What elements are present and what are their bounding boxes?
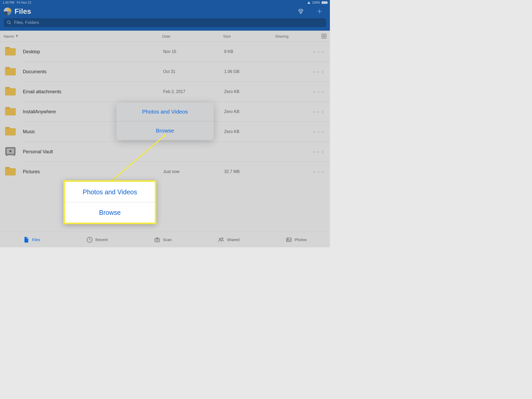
col-date[interactable]: Date — [162, 34, 223, 38]
more-actions-icon[interactable]: ○ ○ ○ — [313, 110, 326, 114]
col-size[interactable]: Size — [223, 34, 275, 38]
svg-rect-6 — [14, 155, 15, 156]
item-date: Nov 15 — [163, 49, 224, 54]
folder-icon — [5, 107, 23, 117]
svg-rect-5 — [6, 155, 7, 156]
view-grid-icon[interactable] — [322, 34, 326, 38]
item-name: Email attachments — [23, 89, 163, 95]
list-item[interactable]: Email attachmentsFeb 2, 2017Zero KB○ ○ ○ — [0, 82, 330, 102]
tab-photos[interactable]: Photos — [286, 237, 307, 243]
list-item[interactable]: PicturesJust now32.7 MB○ ○ ○ — [0, 162, 330, 182]
item-size: 1.06 GB — [224, 69, 276, 74]
app-logo-icon — [4, 8, 11, 15]
item-name: Personal Vault — [23, 149, 163, 155]
bottom-tab-bar: Files Recent Scan Shared Photos — [0, 232, 330, 247]
svg-point-11 — [156, 239, 158, 241]
column-header-row: Name Date Size Sharing — [0, 31, 330, 42]
item-name: Desktop — [23, 49, 163, 55]
image-icon — [286, 237, 292, 243]
svg-point-12 — [219, 238, 221, 240]
tab-scan[interactable]: Scan — [154, 237, 172, 243]
callout-browse: Browse — [65, 202, 155, 223]
tab-shared[interactable]: Shared — [218, 237, 239, 243]
camera-icon — [154, 237, 160, 243]
status-bar: 1:40 PM Fri Nov 22 100% — [0, 0, 330, 5]
item-size: Zero KB — [224, 109, 276, 114]
clock-icon — [87, 237, 93, 243]
battery-icon — [322, 1, 327, 4]
sort-asc-icon — [16, 35, 18, 37]
callout-photos-videos: Photos and Videos — [65, 182, 155, 202]
more-actions-icon[interactable]: ○ ○ ○ — [313, 150, 326, 154]
list-item[interactable]: Personal Vault○ ○ ○ — [0, 142, 330, 162]
item-size: 9 KB — [224, 49, 276, 54]
folder-icon — [5, 46, 23, 57]
battery-pct: 100% — [312, 1, 320, 4]
item-date: Just now — [163, 169, 224, 174]
status-date: Fri Nov 22 — [17, 1, 31, 4]
file-icon — [23, 237, 29, 243]
more-actions-icon[interactable]: ○ ○ ○ — [313, 50, 326, 54]
folder-icon — [5, 66, 23, 77]
more-actions-icon[interactable]: ○ ○ ○ — [313, 90, 326, 94]
more-actions-icon[interactable]: ○ ○ ○ — [313, 70, 326, 74]
item-size: Zero KB — [224, 129, 276, 134]
search-icon — [7, 20, 11, 25]
item-size: 32.7 MB — [224, 169, 276, 174]
app-header: Files — [0, 5, 330, 31]
list-item[interactable]: DesktopNov 159 KB○ ○ ○ — [0, 42, 330, 62]
folder-icon — [5, 87, 23, 97]
item-name: Documents — [23, 69, 163, 75]
status-time: 1:40 PM — [3, 1, 14, 4]
svg-point-15 — [288, 239, 288, 240]
popover-browse[interactable]: Browse — [116, 121, 214, 140]
col-name[interactable]: Name — [4, 34, 162, 38]
vault-icon — [5, 147, 23, 157]
col-sharing[interactable]: Sharing — [275, 34, 322, 38]
item-size: Zero KB — [224, 89, 276, 94]
svg-point-4 — [9, 150, 11, 152]
wifi-icon — [307, 1, 310, 4]
add-plus-icon[interactable] — [316, 8, 323, 15]
item-date: Oct 31 — [163, 69, 224, 74]
tab-files[interactable]: Files — [23, 237, 40, 243]
premium-diamond-icon[interactable] — [298, 8, 304, 15]
people-icon — [218, 237, 224, 243]
search-field[interactable] — [4, 18, 326, 27]
svg-point-0 — [7, 21, 10, 24]
list-item[interactable]: DocumentsOct 311.06 GB○ ○ ○ — [0, 62, 330, 82]
upload-popover: Photos and Videos Browse — [116, 102, 214, 140]
more-actions-icon[interactable]: ○ ○ ○ — [313, 170, 326, 174]
more-actions-icon[interactable]: ○ ○ ○ — [313, 130, 326, 134]
tab-recent[interactable]: Recent — [87, 237, 108, 243]
item-name: Pictures — [23, 169, 163, 175]
folder-icon — [5, 167, 23, 177]
search-input[interactable] — [14, 20, 323, 25]
folder-icon — [5, 127, 23, 137]
svg-point-13 — [222, 238, 223, 239]
callout-box: Photos and Videos Browse — [63, 180, 156, 224]
app-title: Files — [15, 7, 31, 16]
item-date: Feb 2, 2017 — [163, 89, 224, 94]
popover-photos-videos[interactable]: Photos and Videos — [116, 102, 214, 121]
